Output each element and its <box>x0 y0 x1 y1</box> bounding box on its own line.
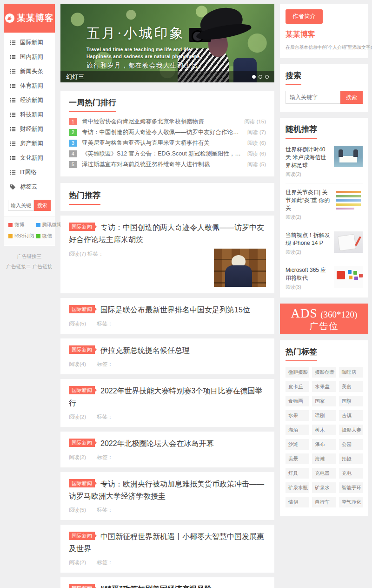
nav-item[interactable]: 国内新闻 <box>4 50 55 64</box>
random-item-thumbnail[interactable] <box>334 146 363 167</box>
article-title[interactable]: 国际新闻国际足联公布最新世界排名中国女足列第15位 <box>69 304 266 316</box>
random-item-thumbnail[interactable] <box>334 266 363 288</box>
tag-link[interactable]: 水果 <box>286 410 309 421</box>
tag-link[interactable]: 美食 <box>339 381 363 392</box>
tag-link[interactable]: 树木 <box>312 425 336 435</box>
tag-link[interactable]: 充电器 <box>312 468 336 479</box>
social-link[interactable]: 微博 <box>8 222 34 228</box>
sidebar-search-input[interactable] <box>8 200 34 211</box>
tag-link[interactable]: 国旗 <box>339 396 363 406</box>
tag-link[interactable]: 水果盘 <box>312 381 336 392</box>
random-item-title[interactable]: 世界杯倒计时40天 米卢成海信世界杯足球 <box>286 146 330 169</box>
nav-item[interactable]: 国际新闻 <box>4 35 55 50</box>
random-item[interactable]: Microsoft 365 应用将取代 阅读(3) <box>286 261 363 296</box>
random-item-thumbnail[interactable] <box>334 231 363 253</box>
article-item[interactable]: 国际新闻2022年北极圈论坛大会在冰岛开幕 阅读(2) 标签： <box>60 432 274 467</box>
rank-item-title[interactable]: 专访：中国创造的两大奇迹令人敬佩——访罗中友好合作论坛主席米胡茨 <box>82 128 242 136</box>
rank-item[interactable]: 4 《英雄联盟》S12 官方公告：EDG.Scout 新冠检测呈阳性，比赛顺序可… <box>69 149 266 159</box>
nav-item[interactable]: 财经新闻 <box>4 122 55 136</box>
article-item[interactable]: 国际新闻“躺平”政策加剧美国经济衰退风险 阅读(3) 标签： <box>60 577 274 588</box>
social-link[interactable]: 微信 <box>36 233 62 239</box>
tag-link[interactable]: 美景 <box>286 453 309 464</box>
random-item[interactable]: 世界关节炎日| 关节如此“炎”重 你的关 阅读(2) <box>286 183 363 226</box>
rank-item[interactable]: 3 亚美尼亚与格鲁吉亚否认与克里米亚大桥事件有关 阅读 (6) <box>69 138 266 149</box>
article-item[interactable]: 国际新闻专访：欧洲央行被动加息难抵美货币政策冲击——访罗马欧洲大学经济学教授圭 … <box>60 472 274 520</box>
ad-link[interactable]: 广告链接二 <box>7 264 31 270</box>
tag-link[interactable]: 瀑布 <box>312 439 336 450</box>
nav-item-tag-cloud[interactable]: 标签云 <box>4 180 55 194</box>
tag-link[interactable]: 食物画 <box>286 396 309 406</box>
tag-link[interactable]: 海滩 <box>312 453 336 464</box>
article-title[interactable]: 国际新闻2022年世界技能大赛特别赛3个项目比赛在德国举行 <box>69 385 266 409</box>
slider-dot-3[interactable] <box>265 75 269 79</box>
slider-dot-1[interactable] <box>252 75 256 79</box>
category-badge[interactable]: 国际新闻 <box>69 305 95 313</box>
category-badge[interactable]: 国际新闻 <box>69 479 95 487</box>
category-badge[interactable]: 国际新闻 <box>69 223 95 231</box>
nav-item[interactable]: IT网络 <box>4 165 55 180</box>
article-title[interactable]: 国际新闻2022年北极圈论坛大会在冰岛开幕 <box>69 438 266 450</box>
tag-link[interactable]: 沙滩 <box>286 439 309 450</box>
ad-banner[interactable]: ADS (360*120) 广告位 <box>280 304 368 334</box>
rank-item[interactable]: 2 专访：中国创造的两大奇迹令人敬佩——访罗中友好合作论坛主席米胡茨 阅读 (7… <box>69 127 266 138</box>
article-title[interactable]: 国际新闻伊拉克新总统提名候任总理 <box>69 345 266 357</box>
random-item-title[interactable]: Microsoft 365 应用将取代 <box>286 266 330 282</box>
tag-link[interactable]: 空气净化 <box>339 497 363 507</box>
rank-item-title[interactable]: 泽连斯基宣布对乌前总统亚努科维奇等人进行制裁 <box>82 161 242 169</box>
tag-link[interactable]: 公园 <box>339 439 363 450</box>
slide-caption[interactable]: 幻灯三 <box>66 73 84 81</box>
tag-link[interactable]: 摄影大赛 <box>339 425 363 435</box>
sidebar-search-button[interactable]: 搜索 <box>34 200 51 211</box>
category-badge[interactable]: 国际新闻 <box>69 532 95 540</box>
rank-item-title[interactable]: 亚美尼亚与格鲁吉亚否认与克里米亚大桥事件有关 <box>82 139 242 147</box>
site-logo[interactable]: 某某博客 <box>4 4 55 33</box>
tag-link[interactable]: 自行车 <box>312 497 336 507</box>
article-item[interactable]: 国际新闻国际足联公布最新世界排名中国女足列第15位 阅读(5) 标签： <box>60 298 274 334</box>
nav-item[interactable]: 文化新闻 <box>4 151 55 165</box>
tag-link[interactable]: 湖泊 <box>286 425 309 435</box>
ad-link[interactable]: 广告链接三 <box>17 253 42 260</box>
search-button[interactable]: 搜索 <box>340 91 363 104</box>
article-thumbnail[interactable] <box>214 249 266 287</box>
nav-item[interactable]: 科技新闻 <box>4 108 55 122</box>
nav-item[interactable]: 房产新闻 <box>4 136 55 151</box>
random-item[interactable]: 当前视点！拆解发现 iPhone 14 P 阅读(2) <box>286 226 363 261</box>
tag-link[interactable]: 话剧 <box>312 410 336 421</box>
rank-item[interactable]: 1 肯中经贸协会向肯尼亚姆赛多北京学校捐赠物资 阅读 (15) <box>69 116 266 127</box>
tag-link[interactable]: 充电 <box>339 468 363 479</box>
rank-item[interactable]: 5 泽连斯基宣布对乌前总统亚努科维奇等人进行制裁 阅读 (5) <box>69 159 266 170</box>
nav-item[interactable]: 新闻头条 <box>4 64 55 79</box>
search-input[interactable] <box>286 91 340 104</box>
rank-item-title[interactable]: 《英雄联盟》S12 官方公告：EDG.Scout 新冠检测呈阳性，比赛顺序可能发 <box>82 150 242 158</box>
category-badge[interactable]: 国际新闻 <box>69 345 95 354</box>
tag-link[interactable]: 微距摄影 <box>286 367 309 378</box>
rank-item-title[interactable]: 肯中经贸协会向肯尼亚姆赛多北京学校捐赠物资 <box>82 118 239 126</box>
tag-link[interactable]: 灯具 <box>286 468 309 479</box>
tag-link[interactable]: 矿泉水 <box>312 482 336 493</box>
tag-link[interactable]: 智能手环 <box>339 482 363 493</box>
tag-link[interactable]: 古镇 <box>339 410 363 421</box>
nav-item[interactable]: 体育新闻 <box>4 79 55 93</box>
tag-link[interactable]: 情侣 <box>286 497 309 507</box>
article-featured[interactable]: 国际新闻专访：中国创造的两大奇迹令人敬佩——访罗中友好合作论坛主席米胡茨 阅读(… <box>60 216 274 293</box>
tag-link[interactable]: 摄影创意 <box>312 367 336 378</box>
nav-item[interactable]: 经济新闻 <box>4 93 55 108</box>
ad-link[interactable]: 广告链接 <box>33 264 52 270</box>
tag-link[interactable]: 拍摄 <box>339 453 363 464</box>
tag-link[interactable]: 皮卡丘 <box>286 381 309 392</box>
random-item-thumbnail[interactable] <box>334 189 363 210</box>
tag-link[interactable]: 国家 <box>312 396 336 406</box>
article-item[interactable]: 国际新闻2022年世界技能大赛特别赛3个项目比赛在德国举行 阅读(2) 标签： <box>60 379 274 427</box>
article-title[interactable]: 国际新闻中国新征程世界新机遇丨小椰枣大智慧中国发展惠及世界 <box>69 531 266 555</box>
tag-link[interactable]: 矿泉水瓶 <box>286 482 309 493</box>
article-item[interactable]: 国际新闻中国新征程世界新机遇丨小椰枣大智慧中国发展惠及世界 阅读(2) 标签： <box>60 525 274 573</box>
social-link[interactable]: RSS订阅 <box>8 233 34 239</box>
random-item-title[interactable]: 世界关节炎日| 关节如此“炎”重 你的关 <box>286 189 330 212</box>
category-badge[interactable]: 国际新闻 <box>69 584 95 588</box>
random-item-title[interactable]: 当前视点！拆解发现 iPhone 14 P <box>286 231 330 247</box>
random-item[interactable]: 世界杯倒计时40天 米卢成海信世界杯足球 阅读(2) <box>286 141 363 183</box>
tag-link[interactable]: 咖啡店 <box>339 367 363 378</box>
author-name[interactable]: 某某博客 <box>286 30 363 40</box>
category-badge[interactable]: 国际新闻 <box>69 386 95 394</box>
slider-dot-2[interactable] <box>259 75 262 79</box>
